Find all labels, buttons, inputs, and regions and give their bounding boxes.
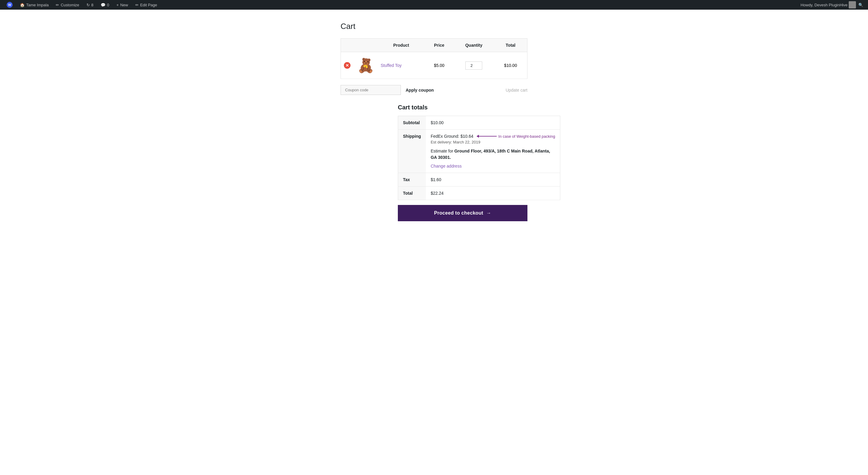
col-header-remove: [341, 39, 354, 52]
quantity-input[interactable]: [465, 62, 482, 70]
adminbar-new[interactable]: + New: [113, 0, 131, 10]
remove-item-button[interactable]: ✕: [344, 62, 350, 69]
estimate-address: Estimate for Ground Floor, 493/A, 18th C…: [431, 148, 555, 161]
wordpress-icon: W: [7, 2, 13, 8]
new-icon: +: [116, 3, 119, 7]
checkout-btn-inner: Proceed to checkout →: [404, 210, 521, 216]
adminbar-edit-page[interactable]: ✏ Edit Page: [132, 0, 160, 10]
coupon-left: Apply coupon: [341, 85, 434, 95]
tax-value: $1.60: [426, 173, 560, 187]
arrow-line: [476, 135, 497, 138]
adminbar-updates[interactable]: ↻ 8: [84, 0, 96, 10]
col-header-product: Product: [378, 39, 425, 52]
admin-bar: W 🏠 Tame Impala ✏ Customize ↻ 8 💬 0 + Ne…: [0, 0, 868, 10]
shipping-line: FedEx Ground: $10.64 In case of Weight-b…: [431, 134, 555, 139]
est-delivery: Est delivery: March 22, 2019: [431, 140, 555, 145]
col-header-quantity: Quantity: [454, 39, 494, 52]
col-header-total: Total: [494, 39, 527, 52]
adminbar-customize[interactable]: ✏ Customize: [53, 0, 82, 10]
subtotal-value: $10.00: [426, 116, 560, 130]
subtotal-row: Subtotal $10.00: [398, 116, 560, 130]
estimate-prefix: Estimate for: [431, 149, 455, 153]
user-avatar: [849, 1, 856, 8]
cart-totals-section: Cart totals Subtotal $10.00 Shipping Fed…: [398, 104, 527, 221]
product-name-cell: Stuffed Toy: [378, 52, 425, 79]
proceed-to-checkout-button[interactable]: Proceed to checkout →: [398, 205, 527, 221]
product-thumb-cell: 🧸: [353, 52, 378, 79]
checkout-arrow-icon: →: [486, 210, 491, 216]
total-label: Total: [398, 187, 426, 200]
page-wrapper: Cart Product Price Quantity Total ✕: [0, 10, 868, 475]
edit-page-icon: ✏: [135, 3, 138, 7]
adminbar-comments[interactable]: 💬 0: [98, 0, 112, 10]
total-row: Total $22.24: [398, 187, 560, 200]
col-header-thumb: [353, 39, 378, 52]
col-header-price: Price: [425, 39, 454, 52]
content-area: Cart Product Price Quantity Total ✕: [335, 22, 533, 221]
cart-table-header-row: Product Price Quantity Total: [341, 39, 527, 52]
user-greeting: Howdy, Devesh PluginHive: [801, 3, 847, 7]
tax-label: Tax: [398, 173, 426, 187]
checkout-btn-label: Proceed to checkout: [434, 210, 483, 216]
teddy-bear-image: 🧸: [357, 57, 374, 73]
product-price-cell: $5.00: [425, 52, 454, 79]
update-cart-button[interactable]: Update cart: [506, 88, 527, 93]
coupon-row: Apply coupon Update cart: [341, 85, 527, 95]
cart-table: Product Price Quantity Total ✕ 🧸: [341, 38, 527, 79]
annotation-arrow: In case of Weight-based packing: [476, 134, 555, 139]
product-thumbnail: 🧸: [356, 56, 375, 74]
cart-table-row: ✕ 🧸 Stuffed Toy $5.00 $10.00: [341, 52, 527, 79]
shipping-label: Shipping: [398, 130, 426, 173]
customize-icon: ✏: [56, 3, 59, 7]
adminbar-search-icon[interactable]: 🔍: [857, 0, 864, 10]
tax-row: Tax $1.60: [398, 173, 560, 187]
apply-coupon-button[interactable]: Apply coupon: [406, 85, 434, 95]
remove-cell: ✕: [341, 52, 354, 79]
cart-totals-title: Cart totals: [398, 104, 527, 111]
page-title: Cart: [341, 22, 527, 31]
subtotal-label: Subtotal: [398, 116, 426, 130]
comments-icon: 💬: [101, 3, 105, 7]
annotation-text: In case of Weight-based packing: [498, 134, 555, 139]
coupon-input[interactable]: [341, 85, 401, 95]
site-icon: 🏠: [20, 3, 25, 7]
totals-table: Subtotal $10.00 Shipping FedEx Ground: $…: [398, 116, 560, 200]
total-value: $22.24: [426, 187, 560, 200]
shipping-method: FedEx Ground: $10.64: [431, 134, 473, 139]
change-address-link[interactable]: Change address: [431, 164, 462, 168]
shipping-row: Shipping FedEx Ground: $10.64 In case of…: [398, 130, 560, 173]
product-link[interactable]: Stuffed Toy: [381, 63, 402, 68]
shipping-details-cell: FedEx Ground: $10.64 In case of Weight-b…: [426, 130, 560, 173]
updates-icon: ↻: [87, 3, 90, 7]
product-total-cell: $10.00: [494, 52, 527, 79]
adminbar-wp-logo[interactable]: W: [4, 0, 16, 10]
product-qty-cell: [454, 52, 494, 79]
arrow-shaft: [478, 136, 497, 136]
adminbar-site-name[interactable]: 🏠 Tame Impala: [17, 0, 52, 10]
